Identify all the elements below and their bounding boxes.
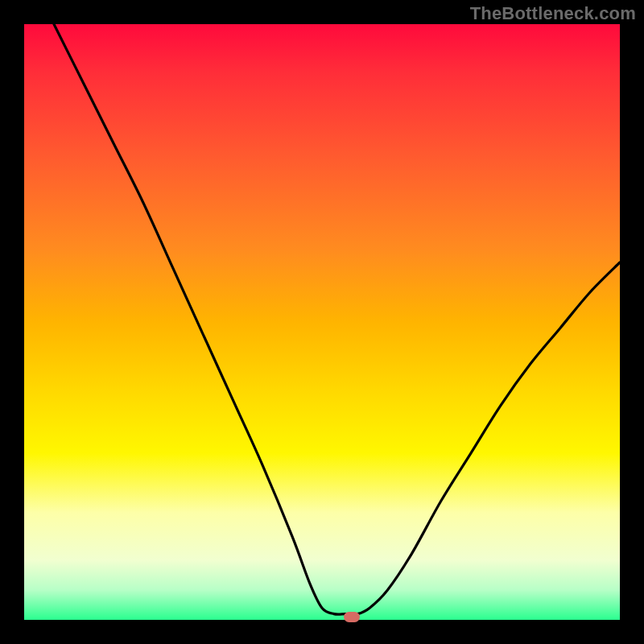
- chart-frame: TheBottleneck.com: [0, 0, 644, 644]
- minimum-marker: [344, 612, 360, 622]
- watermark-text: TheBottleneck.com: [470, 3, 636, 24]
- bottleneck-curve: [24, 24, 620, 620]
- plot-area: [24, 24, 620, 620]
